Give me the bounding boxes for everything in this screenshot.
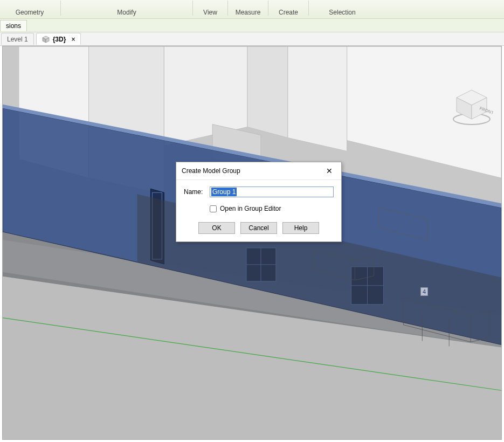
model-scene bbox=[3, 46, 501, 439]
checkbox-label: Open in Group Editor bbox=[220, 205, 281, 212]
name-label: Name: bbox=[184, 188, 210, 196]
ribbon-separator bbox=[308, 1, 309, 16]
ok-button[interactable]: OK bbox=[198, 222, 235, 234]
view-tab-label: Level 1 bbox=[7, 36, 28, 43]
view-tab-level1[interactable]: Level 1 bbox=[1, 33, 34, 45]
svg-marker-9 bbox=[247, 46, 288, 138]
ribbon: Geometry Modify View Measure Create Sele… bbox=[0, 0, 504, 19]
view-tab-3d[interactable]: {3D} × bbox=[36, 33, 81, 45]
name-input[interactable]: Group 1 bbox=[210, 187, 334, 197]
svg-marker-10 bbox=[288, 46, 347, 151]
cancel-button[interactable]: Cancel bbox=[240, 222, 277, 234]
ribbon-group-modify[interactable]: Modify bbox=[62, 9, 191, 16]
level-marker[interactable]: 4 bbox=[420, 287, 428, 296]
viewcube[interactable]: FRONT bbox=[450, 87, 493, 130]
ribbon-separator bbox=[268, 1, 268, 16]
ribbon-group-create[interactable]: Create bbox=[270, 9, 307, 16]
ribbon-group-geometry[interactable]: Geometry bbox=[0, 9, 59, 16]
checkbox-input[interactable] bbox=[210, 205, 217, 212]
ribbon-separator bbox=[60, 1, 61, 16]
create-model-group-dialog: Create Model Group ✕ Name: Group 1 Open … bbox=[176, 162, 342, 242]
dialog-titlebar[interactable]: Create Model Group ✕ bbox=[176, 162, 341, 180]
help-button[interactable]: Help bbox=[282, 222, 319, 234]
close-icon[interactable]: ✕ bbox=[322, 165, 337, 176]
name-input-value: Group 1 bbox=[211, 188, 237, 196]
ribbon-group-measure[interactable]: Measure bbox=[229, 9, 267, 16]
open-in-group-editor-checkbox[interactable]: Open in Group Editor bbox=[210, 205, 334, 212]
view-tab-label: {3D} bbox=[53, 36, 66, 43]
options-tab[interactable]: sions bbox=[0, 20, 27, 31]
ribbon-separator bbox=[227, 1, 228, 16]
options-bar: sions bbox=[0, 19, 504, 32]
dialog-title: Create Model Group bbox=[182, 167, 240, 175]
ribbon-separator bbox=[192, 1, 193, 16]
view-tab-strip: Level 1 {3D} × bbox=[0, 32, 504, 46]
ribbon-group-view[interactable]: View bbox=[194, 9, 226, 16]
cube-icon bbox=[42, 36, 50, 43]
viewport-3d[interactable]: FRONT 4 bbox=[2, 46, 502, 440]
ribbon-group-selection[interactable]: Selection bbox=[315, 9, 369, 16]
close-icon[interactable]: × bbox=[71, 36, 75, 43]
